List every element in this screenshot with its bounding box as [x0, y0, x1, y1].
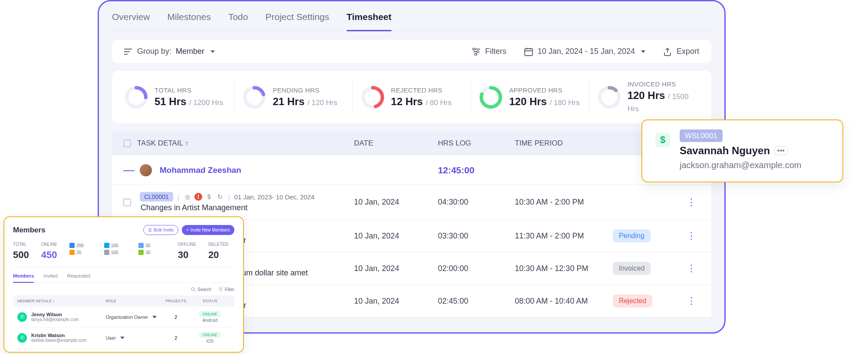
alert-icon: !	[194, 193, 202, 201]
chevron-down-icon	[152, 316, 157, 318]
tab-overview[interactable]: Overview	[112, 9, 150, 25]
progress-ring-icon	[597, 85, 621, 109]
stat-card: INVOICED HRS 120 Hrs / 1500 Hrs	[589, 80, 707, 114]
progress-ring-icon	[242, 85, 266, 109]
row-period: 08:00 AM - 10:40 AM	[515, 297, 613, 306]
search-icon	[191, 287, 196, 292]
row-actions-button[interactable]: ⋮	[687, 263, 696, 274]
member-avatar: ✆	[17, 333, 27, 343]
chevron-down-icon	[641, 50, 645, 53]
members-tab-invited[interactable]: Invited	[43, 273, 57, 282]
sort-asc-icon: ↑	[53, 299, 55, 303]
total-value: 500	[13, 249, 29, 261]
group-name: Mohammad Zeeshan	[160, 165, 241, 175]
task-code-pill: CL00001	[140, 192, 173, 202]
role-selector[interactable]: User	[105, 335, 161, 341]
os-stat: 20	[69, 250, 99, 255]
dollar-icon: $	[655, 132, 670, 147]
row-date: 10 Jan, 2024	[354, 297, 438, 306]
os-stat: 30	[138, 250, 165, 255]
tab-milestones[interactable]: Milestones	[168, 9, 211, 25]
filters-label: Filters	[485, 47, 506, 56]
members-tab-members[interactable]: Members	[13, 273, 34, 283]
deleted-value: 20	[208, 249, 228, 261]
task-meta-icons: ◎!$↻	[184, 193, 224, 201]
members-filter[interactable]: Filter	[218, 287, 234, 292]
chevron-down-icon	[210, 50, 215, 53]
stat-value: 120 Hrs / 180 Hrs	[509, 96, 579, 108]
target-icon: ◎	[184, 193, 191, 201]
member-row[interactable]: ✆ Kristin Watsondebbie.baker@example.com…	[13, 328, 234, 348]
stat-card: REJECTED HRS 12 Hrs / 80 Hrs	[353, 80, 471, 114]
stat-label: REJECTED HRS	[391, 86, 452, 94]
online-value: 450	[41, 249, 57, 261]
stats-row: TOTAL HRS 51 Hrs / 1200 Hrs PENDING HRS …	[112, 71, 711, 123]
date-range-selector[interactable]: 10 Jan, 2024 - 15 Jan, 2024	[524, 47, 645, 56]
member-device: iOS	[190, 339, 230, 344]
row-date: 10 Jan, 2024	[354, 264, 438, 273]
filter-icon	[218, 287, 223, 292]
row-date: 10 Jan, 2024	[354, 198, 438, 207]
calendar-icon	[524, 47, 533, 56]
row-checkbox[interactable]	[123, 199, 131, 206]
os-stat: 50	[138, 243, 165, 248]
task-title[interactable]: Changes in Artist Management	[140, 203, 354, 212]
table-row: CL00001| ◎!$↻ |01 Jan, 2023- 10 Dec, 202…	[112, 185, 711, 220]
col-task-label[interactable]: TASK DETAIL ↑	[137, 139, 188, 148]
members-table-header: MEMBER DETAILS ↑ ROLE PROJECTS STATUS	[13, 295, 234, 307]
members-search[interactable]: Search	[191, 287, 211, 292]
client-name: Savannah Nguyen	[680, 145, 770, 157]
select-all-checkbox[interactable]	[123, 139, 131, 147]
member-avatar: ✆	[17, 312, 27, 322]
member-projects: 2	[162, 314, 190, 320]
total-label: TOTAL	[13, 242, 29, 247]
sort-icon	[124, 48, 133, 55]
stat-card: PENDING HRS 21 Hrs / 120 Hrs	[234, 80, 352, 114]
stat-label: APPROVED HRS	[509, 86, 579, 94]
filters-button[interactable]: Filters	[471, 47, 506, 56]
bulk-invite-button[interactable]: ☰ Bulk Invite	[143, 225, 178, 235]
member-row[interactable]: ✆ Jenny Wilsontanya.hill@example.com Org…	[13, 307, 234, 328]
group-by-selector[interactable]: Group by: Member	[124, 47, 215, 56]
windows-icon	[104, 243, 109, 248]
group-total-hrs: 12:45:00	[438, 165, 515, 175]
stat-value: 51 Hrs / 1200 Hrs	[155, 96, 224, 108]
stat-value: 21 Hrs / 120 Hrs	[273, 96, 337, 108]
status-badge: Rejected	[613, 294, 652, 308]
chevron-down-icon	[120, 337, 125, 339]
status-badge: Pending	[613, 229, 651, 242]
row-period: 10:30 AM - 2:00 PM	[515, 198, 613, 207]
status-badge: Invoiced	[613, 262, 651, 275]
row-hrs: 03:30:00	[438, 232, 515, 241]
col-hrs-label[interactable]: HRS LOG	[438, 139, 515, 148]
dollar-icon: $	[205, 193, 213, 201]
row-actions-button[interactable]: ⋮	[687, 295, 696, 306]
row-actions-button[interactable]: ⋮	[687, 230, 696, 241]
tab-project-settings[interactable]: Project Settings	[265, 9, 329, 25]
group-by-value: Member	[176, 47, 204, 56]
deleted-label: DELETED	[208, 242, 228, 247]
member-name: Kristin Watson	[31, 333, 86, 338]
members-title: Members	[13, 226, 46, 235]
col-date-label[interactable]: DATE	[354, 139, 438, 148]
svg-rect-3	[525, 49, 533, 56]
tab-timesheet[interactable]: Timesheet	[347, 9, 392, 31]
svg-point-14	[191, 288, 194, 291]
group-row[interactable]: — Mohammad Zeeshan 12:45:00	[112, 155, 711, 185]
member-email: tanya.hill@example.com	[31, 317, 79, 322]
members-tab-requested[interactable]: Requested	[67, 273, 90, 282]
row-hrs: 04:30:00	[438, 198, 515, 207]
row-actions-button[interactable]: ⋮	[687, 197, 696, 208]
invite-new-button[interactable]: + Invite New Members	[182, 225, 234, 235]
role-selector[interactable]: Organization Owner	[105, 314, 161, 320]
collapse-icon[interactable]: —	[123, 163, 132, 177]
export-button[interactable]: Export	[663, 47, 699, 56]
mac-icon	[138, 243, 144, 248]
member-email: debbie.baker@example.com	[31, 338, 86, 343]
more-button[interactable]: •••	[774, 146, 788, 155]
col-period-label[interactable]: TIME PERIOD	[515, 139, 613, 148]
client-code-pill: WSL0001	[680, 129, 723, 142]
os-stat: 100	[104, 243, 134, 248]
tab-todo[interactable]: Todo	[228, 9, 248, 25]
export-label: Export	[677, 47, 699, 56]
